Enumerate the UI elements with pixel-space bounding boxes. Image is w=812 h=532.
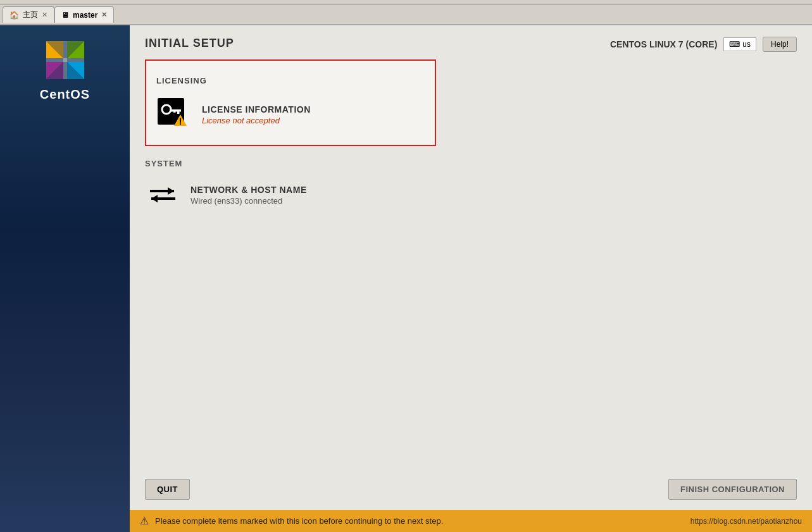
browser-toolbar (0, 0, 812, 5)
main-scroll: LICENSING (130, 59, 812, 469)
finish-configuration-button[interactable]: FINISH CONFIGURATION (668, 479, 797, 500)
warning-text: Please complete items marked with this i… (155, 516, 684, 526)
svg-marker-20 (151, 195, 158, 202)
warning-bar: ⚠ Please complete items marked with this… (130, 510, 812, 532)
licensing-section: LICENSING (145, 59, 797, 146)
system-section: SYSTEM NETWORK & (145, 159, 797, 215)
tab-home-label: 主页 (23, 9, 38, 20)
tab-bar: 🏠 主页 ✕ 🖥 master ✕ (0, 5, 812, 25)
licensing-box: LICENSING (145, 59, 436, 146)
tab-master[interactable]: 🖥 master ✕ (54, 6, 114, 23)
svg-rect-14 (173, 109, 176, 113)
license-item-subtitle: License not accepted (202, 116, 311, 125)
svg-marker-18 (168, 187, 174, 195)
system-section-label: SYSTEM (145, 159, 797, 168)
svg-rect-13 (177, 109, 180, 114)
header-right: CENTOS LINUX 7 (CORE) ⌨ us Help! (610, 37, 797, 52)
license-icon: ! (156, 97, 192, 132)
help-button[interactable]: Help! (763, 37, 797, 52)
svg-text:!: ! (179, 116, 182, 127)
os-title: CENTOS LINUX 7 (CORE) (610, 39, 717, 49)
page-title: INITIAL SETUP (145, 37, 234, 50)
home-tab-icon: 🏠 (9, 11, 19, 20)
centos-logo-icon (43, 38, 87, 82)
tab-home-close[interactable]: ✕ (42, 11, 47, 19)
tab-home[interactable]: 🏠 主页 ✕ (3, 6, 54, 23)
keyboard-label: us (742, 40, 751, 49)
quit-button[interactable]: QUIT (145, 479, 190, 500)
warning-icon: ⚠ (140, 515, 149, 527)
footer-buttons: QUIT FINISH CONFIGURATION (130, 469, 812, 510)
keyboard-selector[interactable]: ⌨ us (723, 37, 756, 51)
network-item-title: NETWORK & HOST NAME (191, 185, 307, 195)
network-icon (145, 177, 180, 213)
warning-url: https://blog.csdn.net/paotianzhou (690, 517, 802, 526)
license-item-title: LICENSE INFORMATION (202, 104, 311, 114)
svg-rect-9 (46, 58, 84, 62)
content-header: INITIAL SETUP CENTOS LINUX 7 (CORE) ⌨ us… (130, 25, 812, 59)
keyboard-icon: ⌨ (729, 40, 740, 49)
network-item-row[interactable]: NETWORK & HOST NAME Wired (ens33) connec… (145, 175, 797, 215)
master-tab-icon: 🖥 (61, 11, 69, 20)
sidebar-title: CentOS (40, 87, 90, 102)
tab-master-label: master (73, 11, 97, 20)
network-item-text: NETWORK & HOST NAME Wired (ens33) connec… (191, 185, 307, 206)
sidebar: CentOS (0, 25, 130, 532)
content-area: INITIAL SETUP CENTOS LINUX 7 (CORE) ⌨ us… (130, 25, 812, 532)
main-container: CentOS INITIAL SETUP CENTOS LINUX 7 (COR… (0, 25, 812, 532)
network-item-subtitle: Wired (ens33) connected (191, 196, 307, 206)
network-icon-wrapper (145, 177, 180, 213)
sidebar-logo: CentOS (40, 38, 90, 102)
licensing-section-label: LICENSING (156, 76, 425, 85)
license-icon-wrapper: ! (156, 97, 192, 132)
license-item-row[interactable]: ! LICENSE INFORMATION License not accept… (156, 94, 425, 135)
license-item-text: LICENSE INFORMATION License not accepted (202, 104, 311, 125)
tab-master-close[interactable]: ✕ (101, 11, 107, 19)
